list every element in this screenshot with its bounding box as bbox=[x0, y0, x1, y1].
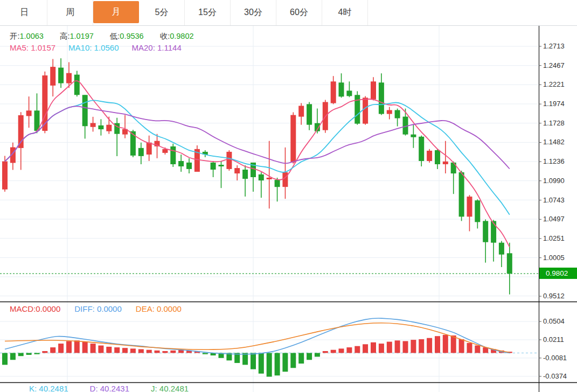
macd-axis-tick-label: 0.0504 bbox=[543, 317, 565, 326]
ma20-readout: MA20: 1.1144 bbox=[132, 43, 182, 52]
tab-15分[interactable]: 15分 bbox=[185, 0, 231, 25]
current-price-badge: 0.9802 bbox=[539, 268, 577, 279]
tab-label: 60分 bbox=[276, 0, 322, 25]
tab-label: 30分 bbox=[231, 0, 276, 25]
open-readout: 开:1.0063 bbox=[10, 31, 44, 41]
ma5-readout: MA5: 1.0157 bbox=[10, 43, 55, 52]
diff-value: DIFF: 0.0000 bbox=[74, 304, 122, 313]
tab-label: 日 bbox=[2, 0, 47, 25]
price-axis-tick-label: 1.0497 bbox=[543, 215, 565, 223]
tab-label: 5分 bbox=[139, 0, 184, 25]
tab-5分[interactable]: 5分 bbox=[139, 0, 185, 25]
dea-value: DEA: 0.0000 bbox=[136, 304, 182, 313]
macd-readout: MACD:0.0000 DIFF: 0.0000 DEA: 0.0000 bbox=[10, 304, 182, 313]
ohlc-readout: 开:1.0063 高:1.0197 低:0.9536 收:0.9802 bbox=[10, 31, 194, 41]
price-axis-tick-label: 1.0743 bbox=[543, 196, 565, 205]
price-axis-tick-label: 1.0005 bbox=[543, 254, 565, 262]
tab-30分[interactable]: 30分 bbox=[231, 0, 276, 25]
price-axis-tick-label: 1.1728 bbox=[543, 119, 565, 128]
tab-4时[interactable]: 4时 bbox=[322, 0, 368, 25]
tab-月[interactable]: 月 bbox=[93, 0, 139, 25]
tab-60分[interactable]: 60分 bbox=[276, 0, 322, 25]
timeframe-tabbar: 日周月5分15分30分60分4时 bbox=[0, 0, 577, 26]
price-axis-tick-label: 0.9512 bbox=[543, 292, 565, 300]
ma10-readout: MA10: 1.0560 bbox=[68, 43, 119, 52]
price-axis-tick-label: 1.1236 bbox=[543, 157, 565, 166]
ma-readout: MA5: 1.0157 MA10: 1.0560 MA20: 1.1144 bbox=[10, 43, 182, 52]
price-axis-tick-label: 1.0251 bbox=[543, 234, 565, 243]
close-readout: 收:0.9802 bbox=[160, 31, 194, 41]
price-axis-tick-label: 1.2221 bbox=[543, 80, 565, 89]
d-value: D: 40.2431 bbox=[90, 384, 129, 392]
tab-label: 15分 bbox=[185, 0, 230, 25]
price-axis-tick-label: 1.1482 bbox=[543, 138, 565, 146]
kdj-readout: K: 40.2481 D: 40.2431 J: 40.2481 bbox=[29, 384, 189, 392]
tab-label: 周 bbox=[47, 0, 93, 25]
low-readout: 低:0.9536 bbox=[110, 31, 144, 41]
j-value: J: 40.2481 bbox=[151, 384, 189, 392]
price-axis-tick-label: 1.0990 bbox=[543, 177, 565, 185]
macd-axis-tick-label: -0.0374 bbox=[543, 372, 567, 381]
tab-周[interactable]: 周 bbox=[47, 0, 93, 25]
tab-日[interactable]: 日 bbox=[2, 0, 47, 25]
tab-label: 4时 bbox=[322, 0, 367, 25]
k-value: K: 40.2481 bbox=[29, 384, 68, 392]
price-axis-tick-label: 1.1974 bbox=[543, 100, 565, 108]
price-axis-tick-label: 1.2713 bbox=[543, 42, 565, 51]
macd-axis-tick-label: -0.0081 bbox=[543, 354, 567, 362]
kline-app: 日周月5分15分30分60分4时 开:1.0063 高:1.0197 低:0.9… bbox=[0, 0, 577, 392]
chart-canvas bbox=[0, 0, 577, 392]
tab-label: 月 bbox=[93, 1, 139, 23]
macd-axis-tick-label: 0.0211 bbox=[543, 335, 564, 344]
price-axis-tick-label: 1.2467 bbox=[543, 61, 565, 70]
macd-value: MACD:0.0000 bbox=[10, 304, 60, 313]
high-readout: 高:1.0197 bbox=[60, 31, 94, 41]
